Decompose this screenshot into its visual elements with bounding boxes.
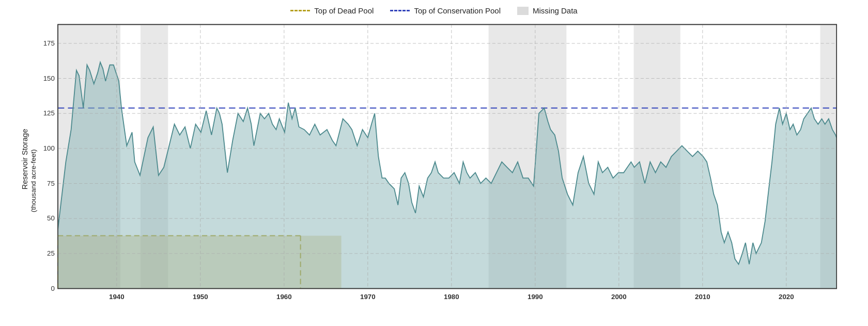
legend: Top of Dead Pool Top of Conservation Poo… bbox=[290, 0, 577, 19]
y-tick-125: 125 bbox=[43, 109, 55, 117]
y-tick-0: 0 bbox=[51, 285, 54, 292]
x-tick-2000: 2000 bbox=[611, 293, 627, 301]
x-tick-1980: 1980 bbox=[444, 293, 459, 301]
chart-container: Top of Dead Pool Top of Conservation Poo… bbox=[0, 0, 868, 326]
y-tick-175: 175 bbox=[43, 39, 55, 47]
x-tick-1960: 1960 bbox=[276, 293, 292, 301]
conservation-pool-line-icon bbox=[390, 10, 410, 11]
y-tick-50: 50 bbox=[47, 214, 55, 222]
legend-item-conservation-pool: Top of Conservation Pool bbox=[390, 6, 501, 15]
legend-item-dead-pool: Top of Dead Pool bbox=[290, 6, 374, 15]
x-tick-2020: 2020 bbox=[779, 293, 794, 301]
x-tick-1990: 1990 bbox=[528, 293, 543, 301]
y-tick-75: 75 bbox=[47, 180, 55, 187]
x-tick-1970: 1970 bbox=[360, 293, 376, 301]
conservation-pool-label: Top of Conservation Pool bbox=[414, 6, 501, 15]
y-tick-25: 25 bbox=[47, 249, 55, 257]
x-tick-1940: 1940 bbox=[109, 293, 125, 301]
missing-data-label: Missing Data bbox=[533, 6, 578, 15]
y-tick-100: 100 bbox=[43, 144, 55, 152]
y-axis-label-unit: (thousand acre-feet) bbox=[29, 149, 37, 212]
y-axis-label: Reservoir Storage bbox=[21, 129, 29, 189]
x-tick-1950: 1950 bbox=[193, 293, 208, 301]
dead-pool-line-icon bbox=[290, 10, 310, 11]
chart-area: 0 25 50 75 100 125 150 175 1940 1950 196… bbox=[0, 19, 868, 326]
y-tick-150: 150 bbox=[43, 75, 55, 82]
missing-data-box-icon bbox=[517, 7, 529, 15]
legend-item-missing-data: Missing Data bbox=[517, 6, 578, 15]
dead-pool-label: Top of Dead Pool bbox=[314, 6, 374, 15]
main-chart-svg: 0 25 50 75 100 125 150 175 1940 1950 196… bbox=[16, 19, 853, 321]
x-tick-2010: 2010 bbox=[695, 293, 710, 301]
